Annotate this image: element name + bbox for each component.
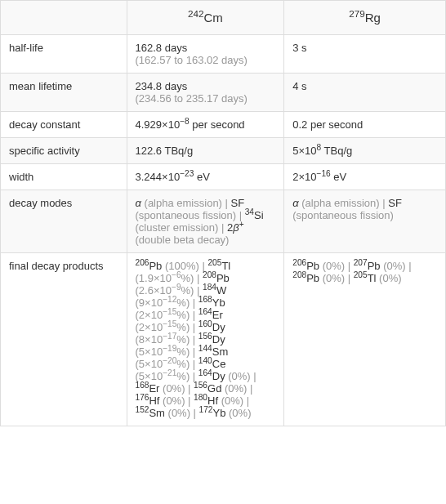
row-decay-constant: decay constant 4.929×10−8 per second 0.2…: [1, 112, 446, 138]
header-col1: 242Cm: [127, 1, 284, 35]
cell-half-life-1: 162.8 days(162.57 to 163.02 days): [127, 35, 284, 74]
row-half-life: half-life 162.8 days(162.57 to 163.02 da…: [1, 35, 446, 74]
cell-decay-modes-2: α (alpha emission) | SF (spontaneous fis…: [284, 190, 446, 253]
row-decay-modes: decay modes α (alpha emission) | SF (spo…: [1, 190, 446, 253]
header-col2: 279Rg: [284, 1, 446, 35]
label-decay-constant: decay constant: [1, 112, 127, 138]
cell-specific-activity-2: 5×108 TBq/g: [284, 138, 446, 164]
cell-final-decay-2: 206Pb (0%) | 207Pb (0%) | 208Pb (0%) | 2…: [284, 253, 446, 426]
row-mean-lifetime: mean lifetime 234.8 days(234.56 to 235.1…: [1, 74, 446, 112]
cell-decay-constant-2: 0.2 per second: [284, 112, 446, 138]
label-decay-modes: decay modes: [1, 190, 127, 253]
row-final-decay-products: final decay products 206Pb (100%) | 205T…: [1, 253, 446, 426]
label-mean-lifetime: mean lifetime: [1, 74, 127, 112]
row-specific-activity: specific activity 122.6 TBq/g 5×108 TBq/…: [1, 138, 446, 164]
cell-specific-activity-1: 122.6 TBq/g: [127, 138, 284, 164]
cell-decay-constant-1: 4.929×10−8 per second: [127, 112, 284, 138]
cell-decay-modes-1: α (alpha emission) | SF (spontaneous fis…: [127, 190, 284, 253]
properties-table: 242Cm 279Rg half-life 162.8 days(162.57 …: [0, 0, 446, 426]
header-row: 242Cm 279Rg: [1, 1, 446, 35]
label-half-life: half-life: [1, 35, 127, 74]
label-width: width: [1, 164, 127, 190]
label-specific-activity: specific activity: [1, 138, 127, 164]
cell-width-2: 2×10−16 eV: [284, 164, 446, 190]
cell-mean-lifetime-2: 4 s: [284, 74, 446, 112]
row-width: width 3.244×10−23 eV 2×10−16 eV: [1, 164, 446, 190]
cell-width-1: 3.244×10−23 eV: [127, 164, 284, 190]
header-empty: [1, 1, 127, 35]
label-final-decay-products: final decay products: [1, 253, 127, 426]
cell-mean-lifetime-1: 234.8 days(234.56 to 235.17 days): [127, 74, 284, 112]
cell-final-decay-1: 206Pb (100%) | 205Tl (1.9×10−6%) | 208Pb…: [127, 253, 284, 426]
cell-half-life-2: 3 s: [284, 35, 446, 74]
